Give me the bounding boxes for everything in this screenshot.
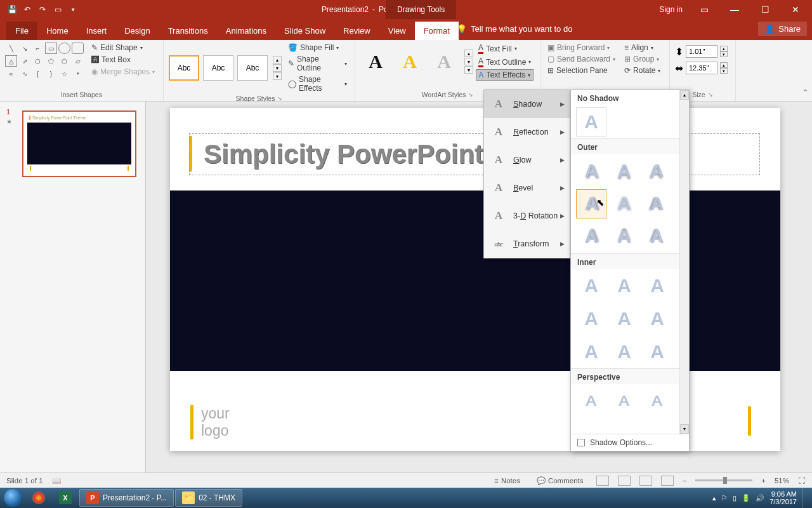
slide-title-text[interactable]: Simplicity PowerPoint T <box>190 139 507 170</box>
qat-more-icon[interactable]: ▾ <box>66 3 80 17</box>
gallery-down-icon[interactable]: ▾ <box>464 58 473 65</box>
notes-button[interactable]: ≡Notes <box>490 476 524 486</box>
sign-in-link[interactable]: Sign in <box>659 5 683 14</box>
normal-view-icon[interactable] <box>596 476 609 486</box>
dialog-launcher-icon[interactable]: ↘ <box>708 91 713 98</box>
shadow-preset[interactable]: A <box>642 189 672 218</box>
clock[interactable]: 9:06 AM 7/3/2017 <box>769 490 797 505</box>
send-backward-button[interactable]: ▢Send Backward▾ <box>546 54 617 64</box>
wordart-swatch[interactable]: A <box>429 48 459 76</box>
tab-insert[interactable]: Insert <box>77 22 116 40</box>
menu-reflection[interactable]: AReflection▶ <box>484 118 570 146</box>
shadow-preset[interactable]: A <box>642 304 672 333</box>
redo-icon[interactable]: ↷ <box>36 3 49 17</box>
menu-shadow[interactable]: AShadow▶ <box>484 90 570 118</box>
zoom-in-icon[interactable]: + <box>761 477 766 485</box>
shadow-preset[interactable]: A <box>609 222 639 251</box>
save-icon[interactable]: 💾 <box>5 3 19 17</box>
start-button[interactable] <box>0 488 25 508</box>
taskbar-powerpoint[interactable]: PPresentation2 - P... <box>79 489 174 507</box>
shadow-preset[interactable]: A <box>642 386 672 415</box>
shadow-preset[interactable]: A <box>642 222 672 251</box>
ribbon-display-icon[interactable]: ▭ <box>691 0 717 19</box>
shadow-preset[interactable]: A <box>642 271 672 300</box>
tab-file[interactable]: File <box>6 22 37 40</box>
text-box-button[interactable]: 🅰Text Box <box>89 55 157 65</box>
tab-home[interactable]: Home <box>37 22 77 40</box>
merge-shapes-button[interactable]: ◉Merge Shapes▾ <box>89 67 157 77</box>
shadow-preset[interactable]: A <box>609 271 639 300</box>
show-desktop-button[interactable] <box>802 488 807 508</box>
comments-button[interactable]: 💬Comments <box>533 475 587 486</box>
align-button[interactable]: ≡Align▾ <box>622 43 662 53</box>
close-button[interactable]: ✕ <box>783 0 808 19</box>
undo-icon[interactable]: ↶ <box>20 3 34 17</box>
spin-down-icon[interactable]: ▾ <box>720 68 728 74</box>
edit-shape-button[interactable]: ✎Edit Shape▾ <box>89 43 157 53</box>
logo-placeholder[interactable]: your logo <box>190 405 230 439</box>
gallery-down-icon[interactable]: ▾ <box>273 64 282 72</box>
shape-outline-button[interactable]: ✎Shape Outline▾ <box>285 54 350 73</box>
gallery-more-icon[interactable]: ▾ <box>273 72 282 80</box>
spin-down-icon[interactable]: ▾ <box>720 51 728 57</box>
collapse-ribbon-icon[interactable]: ⌃ <box>802 88 808 97</box>
tray-up-icon[interactable]: ▴ <box>712 494 716 502</box>
zoom-slider[interactable] <box>695 479 752 481</box>
wordart-swatch[interactable]: A <box>360 48 391 76</box>
minimize-button[interactable]: — <box>722 0 747 19</box>
text-fill-button[interactable]: AText Fill▾ <box>476 43 534 55</box>
shape-fill-button[interactable]: 🪣Shape Fill▾ <box>285 43 350 53</box>
menu-glow[interactable]: AGlow▶ <box>484 146 570 174</box>
tab-design[interactable]: Design <box>115 22 159 40</box>
menu-bevel[interactable]: ABevel▶ <box>484 174 570 202</box>
shadow-preset[interactable]: A <box>609 304 639 333</box>
tab-animations[interactable]: Animations <box>217 22 275 40</box>
network-icon[interactable]: ▯ <box>733 494 737 502</box>
tab-slideshow[interactable]: Slide Show <box>275 22 334 40</box>
shadow-preset[interactable]: A <box>642 337 672 366</box>
slideshow-view-icon[interactable] <box>661 476 674 486</box>
group-button[interactable]: ⊞Group▾ <box>622 54 662 64</box>
wordart-swatch[interactable]: A <box>395 48 425 76</box>
taskbar-folder[interactable]: 📁02 - THMX <box>175 489 242 507</box>
slide-canvas[interactable]: Simplicity PowerPoint T your logo <box>146 102 812 484</box>
scroll-down-icon[interactable]: ▾ <box>680 424 689 434</box>
taskbar-excel[interactable]: X <box>53 489 78 507</box>
shadow-preset[interactable]: A <box>576 222 606 251</box>
fit-to-window-icon[interactable]: ⛶ <box>798 477 806 485</box>
gallery-more-icon[interactable]: ▾ <box>464 66 473 74</box>
shape-height-field[interactable]: ⬍▴▾ <box>675 45 730 58</box>
gallery-up-icon[interactable]: ▴ <box>464 50 473 57</box>
shadow-preset[interactable]: A <box>609 337 639 366</box>
tab-format[interactable]: Format <box>415 22 459 40</box>
slide-thumbnail-1[interactable]: Simplicity PowerPoint Theme <box>22 110 136 177</box>
dialog-launcher-icon[interactable]: ↘ <box>468 91 473 98</box>
system-tray[interactable]: ▴ ⚐ ▯ 🔋 🔊 9:06 AM 7/3/2017 <box>712 488 812 508</box>
shadow-preset[interactable]: A <box>576 304 606 333</box>
action-center-icon[interactable]: ⚐ <box>721 494 728 502</box>
share-button[interactable]: 👤 Share <box>758 22 807 36</box>
tab-view[interactable]: View <box>379 22 415 40</box>
zoom-level[interactable]: 51% <box>775 477 789 485</box>
taskbar-chrome[interactable] <box>26 489 51 507</box>
wordart-gallery[interactable]: A A A ▴▾▾ <box>360 48 473 76</box>
spin-up-icon[interactable]: ▴ <box>720 62 728 68</box>
selection-pane-button[interactable]: ⊞Selection Pane <box>546 65 617 76</box>
shape-style-swatch[interactable]: Abc <box>237 55 268 81</box>
volume-icon[interactable]: 🔊 <box>756 494 764 502</box>
maximize-button[interactable]: ☐ <box>752 0 778 19</box>
spin-up-icon[interactable]: ▴ <box>720 46 728 51</box>
shadow-preset[interactable]: A <box>609 156 639 185</box>
shadow-options-button[interactable]: Shadow Options... <box>571 434 689 451</box>
shape-style-swatch[interactable]: Abc <box>203 55 233 81</box>
shapes-gallery[interactable]: ╲↘⌐▭ △⇗⬡⬠⬡▱ ≈∿{}☆▾ <box>5 43 84 79</box>
shadow-preset[interactable]: A <box>609 189 639 218</box>
tab-review[interactable]: Review <box>334 22 379 40</box>
shape-style-swatch[interactable]: Abc <box>169 55 199 81</box>
shape-styles-gallery[interactable]: Abc Abc Abc ▴▾▾ <box>169 55 282 81</box>
menu-transform[interactable]: abcTransform▶ <box>484 230 570 258</box>
shadow-preset[interactable]: A <box>576 337 606 366</box>
bring-forward-button[interactable]: ▣Bring Forward▾ <box>546 43 617 53</box>
tell-me-input[interactable]: 💡 Tell me what you want to do <box>457 24 572 34</box>
shadow-preset[interactable]: A <box>576 271 606 300</box>
